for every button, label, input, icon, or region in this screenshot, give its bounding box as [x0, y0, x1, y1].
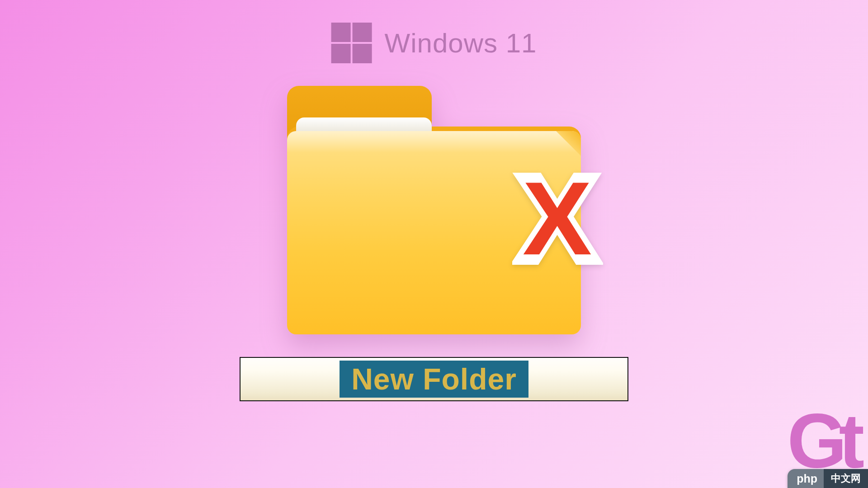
- gt-brand-logo: Gt: [787, 402, 856, 479]
- php-watermark-left: php: [788, 469, 824, 488]
- rename-text-field[interactable]: New Folder: [240, 357, 628, 401]
- illustration-canvas: Windows 11 X X New Folder Gt php 中文网: [0, 0, 868, 488]
- windows-logo-icon: [331, 23, 372, 63]
- php-watermark-badge: php 中文网: [788, 469, 868, 488]
- error-x-icon: X X: [520, 174, 594, 264]
- windows-11-header: Windows 11: [331, 23, 537, 63]
- php-watermark-right: 中文网: [824, 469, 868, 488]
- windows-11-label: Windows 11: [385, 28, 537, 59]
- rename-text-selection: New Folder: [340, 361, 528, 398]
- rename-text-value: New Folder: [351, 362, 517, 396]
